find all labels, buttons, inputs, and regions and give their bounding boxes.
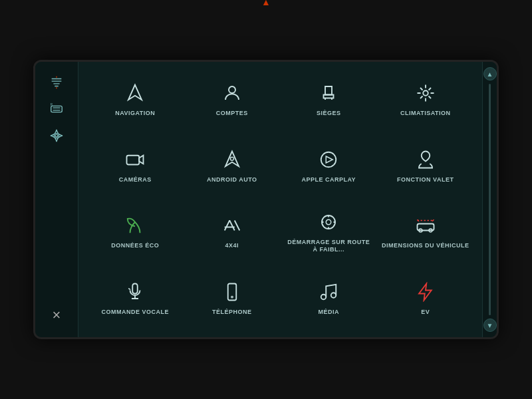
4x4i-label: 4X4I bbox=[225, 242, 239, 249]
climatisation-label: CLIMATISATION bbox=[400, 110, 451, 117]
menu-item-voice[interactable]: COMMANDE VOCALE bbox=[88, 267, 182, 331]
menu-item-climatisation[interactable]: CLIMATISATION bbox=[379, 68, 473, 132]
menu-grid: NAVIGATION COMPTES bbox=[88, 68, 472, 331]
menu-item-valet[interactable]: FONCTION VALET bbox=[379, 135, 473, 198]
climatisation-icon bbox=[416, 83, 436, 106]
menu-item-telephone[interactable]: TÉLÉPHONE bbox=[186, 267, 279, 331]
main-content: NAVIGATION COMPTES bbox=[78, 62, 482, 337]
valet-label: FONCTION VALET bbox=[397, 176, 454, 184]
menu-item-cameras[interactable]: CAMÉRAS bbox=[88, 135, 182, 198]
4x4i-icon bbox=[222, 215, 242, 238]
svg-point-6 bbox=[230, 157, 233, 160]
svg-point-16 bbox=[331, 293, 336, 298]
comptes-label: COMPTES bbox=[216, 110, 248, 117]
media-label: MÉDIA bbox=[319, 309, 340, 316]
sidebar: R × bbox=[35, 62, 78, 337]
dimensions-icon bbox=[416, 215, 436, 238]
eco-icon bbox=[125, 215, 145, 238]
telephone-icon bbox=[222, 282, 242, 305]
svg-point-3 bbox=[229, 86, 235, 93]
svg-point-4 bbox=[423, 90, 428, 96]
cameras-label: CAMÉRAS bbox=[119, 176, 152, 184]
heat-control[interactable] bbox=[49, 75, 64, 90]
carplay-label: APPLE CARPLAY bbox=[301, 176, 356, 184]
android-auto-icon bbox=[222, 150, 242, 172]
demarrage-icon bbox=[319, 212, 338, 235]
android-auto-label: ANDROID AUTO bbox=[207, 176, 257, 184]
svg-point-15 bbox=[321, 295, 327, 300]
eco-label: DONNÉES ÉCO bbox=[111, 242, 159, 249]
rear-control[interactable]: R bbox=[49, 102, 64, 116]
svg-point-2 bbox=[55, 134, 58, 137]
voice-label: COMMANDE VOCALE bbox=[102, 309, 170, 316]
close-button[interactable]: × bbox=[53, 307, 61, 324]
svg-point-9 bbox=[327, 219, 332, 225]
menu-item-comptes[interactable]: COMPTES bbox=[186, 68, 279, 132]
menu-item-eco[interactable]: DONNÉES ÉCO bbox=[88, 201, 182, 265]
media-icon bbox=[319, 282, 338, 305]
menu-item-navigation[interactable]: NAVIGATION bbox=[88, 68, 182, 132]
carplay-icon bbox=[319, 150, 338, 172]
menu-item-sieges[interactable]: SIÈGES bbox=[282, 68, 376, 132]
scroll-down-button[interactable]: ▼ bbox=[483, 319, 497, 332]
svg-point-8 bbox=[322, 215, 335, 229]
navigation-label: NAVIGATION bbox=[115, 110, 155, 117]
voice-icon bbox=[125, 282, 145, 305]
scroll-track bbox=[489, 84, 491, 315]
sieges-label: SIÈGES bbox=[317, 110, 341, 117]
menu-item-carplay[interactable]: APPLE CARPLAY bbox=[282, 135, 376, 198]
svg-rect-0 bbox=[51, 106, 63, 112]
ev-label: EV bbox=[421, 309, 430, 316]
dimensions-label: DIMENSIONS DU VÉHICULE bbox=[382, 242, 469, 249]
fan-control[interactable] bbox=[49, 128, 64, 143]
menu-item-media[interactable]: MÉDIA bbox=[282, 267, 376, 331]
navigation-icon bbox=[125, 83, 145, 106]
svg-rect-5 bbox=[127, 155, 140, 164]
comptes-icon bbox=[222, 83, 242, 106]
menu-item-ev[interactable]: EV bbox=[379, 267, 473, 331]
ev-icon bbox=[416, 282, 436, 305]
demarrage-label: DÉMARRAGE SUR ROUTE À FAIBL... bbox=[285, 239, 373, 253]
menu-item-android-auto[interactable]: ANDROID AUTO bbox=[186, 135, 279, 198]
telephone-label: TÉLÉPHONE bbox=[212, 309, 252, 316]
sieges-icon bbox=[319, 83, 338, 106]
valet-icon bbox=[416, 150, 436, 172]
cameras-icon bbox=[125, 150, 145, 172]
car-surround: ▲ R bbox=[0, 0, 532, 399]
menu-item-dimensions[interactable]: DIMENSIONS DU VÉHICULE bbox=[379, 201, 473, 265]
menu-item-4x4i[interactable]: 4X4I bbox=[186, 201, 279, 265]
scroll-up-button[interactable]: ▲ bbox=[483, 67, 497, 80]
scrollbar: ▲ ▼ bbox=[482, 62, 497, 337]
warning-icon: ▲ bbox=[261, 0, 271, 7]
menu-item-demarrage[interactable]: DÉMARRAGE SUR ROUTE À FAIBL... bbox=[282, 201, 376, 265]
svg-point-14 bbox=[231, 296, 233, 298]
screen-bezel: R × N bbox=[33, 60, 499, 339]
